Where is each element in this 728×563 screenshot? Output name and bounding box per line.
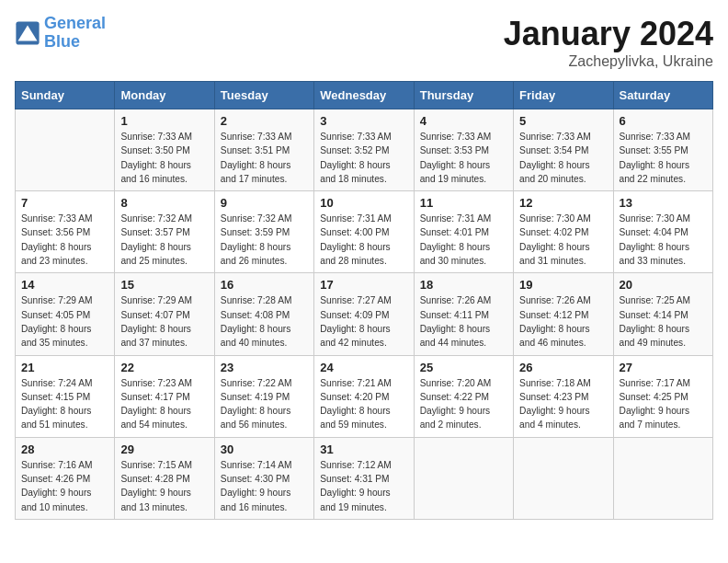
day-info: Sunrise: 7:31 AM Sunset: 4:01 PM Dayligh…	[420, 212, 507, 268]
day-number: 10	[320, 196, 407, 210]
col-header-saturday: Saturday	[613, 82, 712, 109]
day-number: 25	[420, 361, 507, 374]
day-cell: 26Sunrise: 7:18 AM Sunset: 4:23 PM Dayli…	[514, 355, 613, 437]
day-info: Sunrise: 7:25 AM Sunset: 4:14 PM Dayligh…	[620, 293, 707, 350]
day-info: Sunrise: 7:23 AM Sunset: 4:17 PM Dayligh…	[120, 376, 208, 432]
day-cell: 16Sunrise: 7:28 AM Sunset: 4:08 PM Dayli…	[214, 273, 313, 355]
day-number: 27	[620, 361, 707, 374]
page-header: General Blue January 2024 Zachepylivka, …	[15, 15, 713, 70]
day-cell: 2Sunrise: 7:33 AM Sunset: 3:51 PM Daylig…	[214, 109, 313, 191]
day-cell: 25Sunrise: 7:20 AM Sunset: 4:22 PM Dayli…	[414, 355, 513, 437]
day-number: 6	[620, 114, 707, 128]
day-info: Sunrise: 7:30 AM Sunset: 4:04 PM Dayligh…	[620, 212, 707, 268]
month-title: January 2024	[504, 15, 713, 53]
day-number: 28	[21, 442, 108, 456]
day-cell: 15Sunrise: 7:29 AM Sunset: 4:07 PM Dayli…	[115, 273, 214, 355]
day-cell	[514, 437, 613, 519]
week-row-3: 14Sunrise: 7:29 AM Sunset: 4:05 PM Dayli…	[16, 273, 713, 355]
day-info: Sunrise: 7:16 AM Sunset: 4:26 PM Dayligh…	[21, 458, 108, 514]
day-cell: 4Sunrise: 7:33 AM Sunset: 3:53 PM Daylig…	[414, 109, 513, 191]
day-number: 19	[519, 278, 607, 292]
day-info: Sunrise: 7:33 AM Sunset: 3:52 PM Dayligh…	[320, 130, 407, 186]
logo-text: General Blue	[44, 15, 106, 52]
day-info: Sunrise: 7:22 AM Sunset: 4:19 PM Dayligh…	[221, 376, 308, 432]
day-cell: 3Sunrise: 7:33 AM Sunset: 3:52 PM Daylig…	[314, 109, 414, 191]
day-info: Sunrise: 7:20 AM Sunset: 4:22 PM Dayligh…	[420, 376, 507, 432]
day-cell	[16, 109, 115, 191]
day-info: Sunrise: 7:12 AM Sunset: 4:31 PM Dayligh…	[320, 458, 407, 514]
day-cell: 10Sunrise: 7:31 AM Sunset: 4:00 PM Dayli…	[314, 191, 414, 273]
day-number: 13	[620, 196, 707, 210]
day-number: 23	[221, 361, 308, 374]
day-info: Sunrise: 7:18 AM Sunset: 4:23 PM Dayligh…	[519, 376, 607, 432]
day-cell: 27Sunrise: 7:17 AM Sunset: 4:25 PM Dayli…	[613, 355, 712, 437]
day-cell: 8Sunrise: 7:32 AM Sunset: 3:57 PM Daylig…	[115, 191, 214, 273]
day-cell	[414, 437, 513, 519]
week-row-2: 7Sunrise: 7:33 AM Sunset: 3:56 PM Daylig…	[16, 191, 713, 273]
day-info: Sunrise: 7:33 AM Sunset: 3:56 PM Dayligh…	[21, 212, 108, 268]
logo: General Blue	[15, 15, 106, 52]
day-info: Sunrise: 7:30 AM Sunset: 4:02 PM Dayligh…	[519, 212, 607, 268]
day-number: 8	[120, 196, 208, 210]
day-info: Sunrise: 7:26 AM Sunset: 4:11 PM Dayligh…	[420, 293, 507, 350]
day-cell	[613, 437, 712, 519]
day-info: Sunrise: 7:29 AM Sunset: 4:05 PM Dayligh…	[21, 293, 108, 350]
day-cell: 19Sunrise: 7:26 AM Sunset: 4:12 PM Dayli…	[514, 273, 613, 355]
day-info: Sunrise: 7:33 AM Sunset: 3:55 PM Dayligh…	[620, 130, 707, 186]
day-number: 3	[320, 114, 407, 128]
day-info: Sunrise: 7:26 AM Sunset: 4:12 PM Dayligh…	[519, 293, 607, 350]
day-cell: 7Sunrise: 7:33 AM Sunset: 3:56 PM Daylig…	[16, 191, 115, 273]
day-number: 1	[120, 114, 208, 128]
day-number: 31	[320, 442, 407, 456]
col-header-thursday: Thursday	[414, 82, 513, 109]
day-cell: 22Sunrise: 7:23 AM Sunset: 4:17 PM Dayli…	[115, 355, 214, 437]
logo-general: General	[44, 14, 106, 32]
day-info: Sunrise: 7:33 AM Sunset: 3:50 PM Dayligh…	[120, 130, 208, 186]
day-cell: 29Sunrise: 7:15 AM Sunset: 4:28 PM Dayli…	[115, 437, 214, 519]
day-cell: 6Sunrise: 7:33 AM Sunset: 3:55 PM Daylig…	[613, 109, 712, 191]
day-number: 7	[21, 196, 108, 210]
day-info: Sunrise: 7:15 AM Sunset: 4:28 PM Dayligh…	[120, 458, 208, 514]
day-cell: 13Sunrise: 7:30 AM Sunset: 4:04 PM Dayli…	[613, 191, 712, 273]
day-info: Sunrise: 7:32 AM Sunset: 3:57 PM Dayligh…	[120, 212, 208, 268]
day-number: 16	[221, 278, 308, 292]
day-cell: 31Sunrise: 7:12 AM Sunset: 4:31 PM Dayli…	[314, 437, 414, 519]
col-header-monday: Monday	[115, 82, 214, 109]
day-number: 30	[221, 442, 308, 456]
day-number: 5	[519, 114, 607, 128]
day-info: Sunrise: 7:29 AM Sunset: 4:07 PM Dayligh…	[120, 293, 208, 350]
calendar-table: SundayMondayTuesdayWednesdayThursdayFrid…	[15, 81, 713, 520]
day-cell: 28Sunrise: 7:16 AM Sunset: 4:26 PM Dayli…	[16, 437, 115, 519]
day-info: Sunrise: 7:17 AM Sunset: 4:25 PM Dayligh…	[620, 376, 707, 432]
day-cell: 17Sunrise: 7:27 AM Sunset: 4:09 PM Dayli…	[314, 273, 414, 355]
day-number: 18	[420, 278, 507, 292]
day-info: Sunrise: 7:21 AM Sunset: 4:20 PM Dayligh…	[320, 376, 407, 432]
day-cell: 24Sunrise: 7:21 AM Sunset: 4:20 PM Dayli…	[314, 355, 414, 437]
day-number: 11	[420, 196, 507, 210]
col-header-wednesday: Wednesday	[314, 82, 414, 109]
day-number: 21	[21, 361, 108, 374]
day-info: Sunrise: 7:14 AM Sunset: 4:30 PM Dayligh…	[221, 458, 308, 514]
title-block: January 2024 Zachepylivka, Ukraine	[504, 15, 713, 70]
day-number: 15	[120, 278, 208, 292]
week-row-1: 1Sunrise: 7:33 AM Sunset: 3:50 PM Daylig…	[16, 109, 713, 191]
day-number: 2	[221, 114, 308, 128]
day-cell: 5Sunrise: 7:33 AM Sunset: 3:54 PM Daylig…	[514, 109, 613, 191]
day-number: 9	[221, 196, 308, 210]
day-number: 12	[519, 196, 607, 210]
day-cell: 21Sunrise: 7:24 AM Sunset: 4:15 PM Dayli…	[16, 355, 115, 437]
day-number: 4	[420, 114, 507, 128]
day-info: Sunrise: 7:33 AM Sunset: 3:54 PM Dayligh…	[519, 130, 607, 186]
day-info: Sunrise: 7:24 AM Sunset: 4:15 PM Dayligh…	[21, 376, 108, 432]
day-number: 26	[519, 361, 607, 374]
day-cell: 23Sunrise: 7:22 AM Sunset: 4:19 PM Dayli…	[214, 355, 313, 437]
col-header-sunday: Sunday	[16, 82, 115, 109]
day-number: 22	[120, 361, 208, 374]
day-number: 17	[320, 278, 407, 292]
day-info: Sunrise: 7:28 AM Sunset: 4:08 PM Dayligh…	[221, 293, 308, 350]
logo-blue: Blue	[44, 33, 106, 52]
week-row-5: 28Sunrise: 7:16 AM Sunset: 4:26 PM Dayli…	[16, 437, 713, 519]
day-info: Sunrise: 7:32 AM Sunset: 3:59 PM Dayligh…	[221, 212, 308, 268]
day-info: Sunrise: 7:27 AM Sunset: 4:09 PM Dayligh…	[320, 293, 407, 350]
day-cell: 14Sunrise: 7:29 AM Sunset: 4:05 PM Dayli…	[16, 273, 115, 355]
